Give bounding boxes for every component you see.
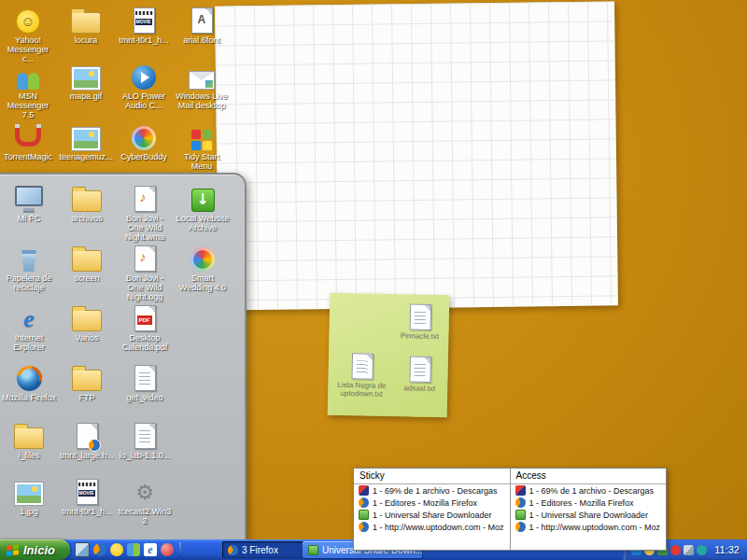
recycle-bin-icon [2, 242, 56, 272]
panel-icon-tmnt-movie[interactable]: tmnt-t0r1_h... [60, 475, 114, 517]
panel-icon-local-website-archive[interactable]: Local Website Archive [176, 182, 230, 233]
colorful-app-icon [176, 242, 230, 272]
download-manager-icon [515, 485, 526, 496]
panel-icon-papelera[interactable]: Papelera de reciclaje [2, 242, 56, 293]
download-item[interactable]: 1 - 69% de 1 archivo - Descargas [511, 484, 667, 497]
panel-icon-smart-wedding[interactable]: Smart Wedding 4.0 [176, 242, 230, 293]
column-header[interactable]: Access [511, 469, 667, 484]
icon-label: ALO Power Audio C... [117, 92, 171, 111]
panel-icon-tmnt-large[interactable]: tmnt_large.h... [60, 419, 114, 461]
download-item-text: 1 - Editores - Mozilla Firefox [529, 498, 634, 508]
desktop-icon-torrentmagic[interactable]: TorrentMagic [1, 120, 55, 162]
sticky-note: Pinnacle.txt Lista Negra de uptodown.txt… [328, 293, 450, 418]
panel-icon-bonjovi-ogg[interactable]: Bon Jovi - One Wild Night.ogg [118, 242, 172, 302]
panel-icon-varios[interactable]: Varios [60, 301, 114, 343]
tray-icon-6[interactable] [697, 545, 707, 555]
font-file-icon [175, 4, 229, 34]
icon-label: Lista Negra de uptodown.txt [331, 382, 391, 399]
folder-icon [59, 4, 113, 34]
desktop-icon-arial-font[interactable]: arial.6font [175, 4, 229, 46]
desktop-icon-tmnt-movie[interactable]: tmnt-t0r1_h... [117, 4, 171, 46]
firefox-icon [515, 522, 526, 532]
icon-label: TorrentMagic [1, 153, 55, 162]
panel-icon-mozilla-firefox[interactable]: Mozilla Firefox [2, 361, 56, 403]
icon-label: mapa.gif [59, 92, 113, 102]
desktop-icon-msn-messenger[interactable]: MSN Messenger 7.5 [1, 60, 55, 120]
firefox-icon [2, 361, 56, 391]
msn-messenger-icon[interactable] [127, 543, 140, 556]
text-file-icon [118, 419, 172, 449]
icon-label: adsasl.txt [395, 385, 444, 394]
panel-icon-desktop-calendar-pdf[interactable]: Desktop Calenda.pdf [118, 301, 172, 353]
internet-explorer-icon[interactable] [144, 543, 157, 556]
panel-icon-tcecast2[interactable]: tcecast2.Win32 [118, 475, 172, 526]
universal-share-downloader-icon [515, 510, 526, 520]
download-item[interactable]: 1 - Universal Share Downloader [511, 509, 667, 521]
show-desktop-icon[interactable] [75, 542, 90, 557]
download-item[interactable]: 1 - http://www.uptodown.com - Moz [354, 521, 510, 533]
download-item-text: 1 - http://www.uptodown.com - Moz [373, 523, 504, 532]
clock[interactable]: 11:32 [714, 544, 740, 555]
sticky-icon-lista-negra[interactable]: Lista Negra de uptodown.txt [331, 349, 392, 399]
download-item-text: 1 - Editores - Mozilla Firefox [373, 498, 477, 508]
image-file-icon [59, 60, 113, 90]
desktop: Yahoo! Messenger c... locura tmnt-t0r1_h… [0, 0, 747, 560]
magnet-icon [1, 120, 55, 150]
icon-label: i_files [2, 452, 56, 461]
download-item[interactable]: 1 - Editores - Mozilla Firefox [511, 497, 667, 509]
panel-icon-bonjovi-wma[interactable]: Bon Jovi - One Wild Night.wma [118, 182, 172, 243]
desktop-icon-mapa-gif[interactable]: mapa.gif [59, 60, 113, 102]
desktop-icon-alo-power-audio[interactable]: ALO Power Audio C... [117, 60, 171, 111]
sticky-icon-adsasl[interactable]: adsasl.txt [395, 352, 444, 394]
desktop-icon-yahoo-messenger[interactable]: Yahoo! Messenger c... [1, 4, 55, 64]
tray-icon-5[interactable] [684, 545, 694, 555]
icon-label: archivos [60, 215, 114, 224]
yahoo-messenger-icon [1, 4, 55, 34]
panel-icon-screen[interactable]: screen [60, 242, 114, 284]
icon-label: tcecast2.Win32 [118, 508, 172, 526]
desktop-icon-tidy-start-menu[interactable]: Tidy Start Menu [175, 120, 229, 172]
music-file-icon [118, 182, 172, 212]
panel-icon-1-jpg[interactable]: 1.jpg [2, 475, 56, 517]
start-label: Inicio [23, 544, 55, 556]
icon-label: CyberBuddy [117, 153, 171, 162]
firefox-icon [515, 497, 526, 508]
internet-explorer-icon [2, 301, 56, 331]
computer-icon [2, 182, 56, 212]
desktop-icon-cyberbuddy[interactable]: CyberBuddy [117, 120, 171, 162]
image-file-icon [2, 475, 56, 505]
icon-label: Internet Explorer [2, 334, 56, 353]
yahoo-messenger-icon[interactable] [110, 543, 123, 556]
media-player-icon[interactable] [161, 543, 174, 556]
icon-label: Desktop Calenda.pdf [118, 334, 172, 353]
panel-icon-i-files[interactable]: i_files [2, 419, 56, 461]
panel-icon-archivos[interactable]: archivos [60, 182, 114, 224]
panel-icon-internet-explorer[interactable]: Internet Explorer [2, 301, 56, 353]
start-button[interactable]: Inicio [0, 539, 70, 560]
download-item[interactable]: 1 - http://www.uptodown.com - Moz [511, 521, 667, 533]
firefox-icon[interactable] [93, 543, 106, 556]
sticky-icon-pinnacle[interactable]: Pinnacle.txt [394, 300, 445, 342]
desktop-icon-teenagemuz[interactable]: teenagemuz... [59, 120, 113, 162]
download-item[interactable]: 1 - Universal Share Downloader [354, 509, 510, 521]
desktop-icon-locura[interactable]: locura [59, 4, 113, 46]
icon-label: Bon Jovi - One Wild Night.wma [118, 215, 172, 243]
taskbar-button-firefox-group[interactable]: 3 Firefox [222, 541, 306, 558]
panel-icon-ftp[interactable]: FTP [60, 361, 114, 403]
image-file-icon [59, 120, 113, 150]
windows-logo-icon [7, 544, 19, 556]
tray-icon-4[interactable] [670, 545, 681, 555]
universal-share-downloader-icon [308, 545, 318, 555]
panel-icon-get-video[interactable]: get_video [118, 361, 172, 403]
panel-icon-mi-pc[interactable]: Mi PC [2, 182, 56, 224]
icon-label: Tidy Start Menu [175, 153, 229, 172]
music-file-icon [118, 242, 172, 272]
desktop-icon-windows-live-mail[interactable]: Windows Live Mail desktop [175, 60, 229, 111]
download-item[interactable]: 1 - 69% de 1 archivo - Descargas [354, 484, 510, 497]
panel-icon-lo-lab[interactable]: lo_lab-1.1.0... [118, 419, 172, 461]
download-item-text: 1 - 69% de 1 archivo - Descargas [373, 486, 498, 496]
icon-label: 1.jpg [2, 508, 56, 517]
column-header[interactable]: Sticky [354, 469, 510, 484]
colorful-app-icon [117, 120, 171, 150]
download-item[interactable]: 1 - Editores - Mozilla Firefox [354, 497, 510, 509]
